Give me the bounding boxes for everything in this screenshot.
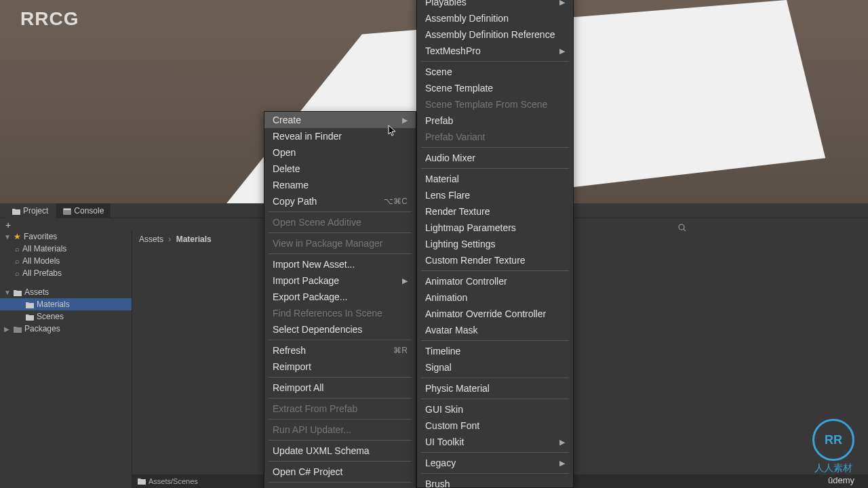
menu-separator [269,461,412,462]
breadcrumb-root[interactable]: Assets [139,235,163,244]
menu-item-render-texture[interactable]: Render Texture [417,203,573,220]
menu-item-label: Extract From Prefab [273,403,357,414]
menu-item-custom-font[interactable]: Custom Font [417,418,573,434]
tab-console[interactable]: Console [56,203,111,218]
menu-item-label: Avatar Mask [425,325,478,336]
menu-item-properties[interactable]: Properties...⌥⌘P [264,485,416,488]
asset-scenes[interactable]: Scenes [0,310,132,323]
menu-item-open-c-project[interactable]: Open C# Project [264,464,416,480]
menu-item-label: Brush [425,479,450,488]
menu-item-label: Find References In Scene [273,308,382,319]
svg-rect-1 [64,209,71,210]
menu-item-brush[interactable]: Brush [417,476,573,488]
menu-item-physic-material[interactable]: Physic Material [417,380,573,396]
menu-item-create[interactable]: Create▶ [264,112,416,128]
menu-item-open-scene-additive: Open Scene Additive [264,214,416,230]
search-icon [678,222,686,230]
chevron-right-icon: ▶ [559,438,565,447]
menu-item-custom-render-texture[interactable]: Custom Render Texture [417,252,573,268]
menu-item-label: Select Dependencies [273,324,362,335]
menu-item-select-dependencies[interactable]: Select Dependencies [264,321,416,338]
packages-label: Packages [24,324,60,333]
breadcrumb-current[interactable]: Materials [176,235,212,244]
menu-item-import-package[interactable]: Import Package▶ [264,272,416,289]
menu-item-timeline[interactable]: Timeline [417,343,573,359]
menu-item-delete[interactable]: Delete [264,161,416,177]
menu-item-label: Physic Material [425,383,490,394]
menu-item-reimport-all[interactable]: Reimport All [264,380,416,396]
menu-item-reimport[interactable]: Reimport [264,359,416,375]
menu-item-label: Playables [425,0,467,7]
add-button[interactable]: + [5,220,18,229]
menu-item-animator-controller[interactable]: Animator Controller [417,273,573,289]
menu-item-label: Export Package... [273,291,348,302]
menu-item-update-uxml-schema[interactable]: Update UXML Schema [264,443,416,459]
packages-header[interactable]: ▶ Packages [0,323,132,335]
menu-item-scene[interactable]: Scene [417,64,573,80]
menu-item-label: Lightmap Parameters [425,222,516,233]
menu-item-label: Scene [425,66,452,77]
menu-item-ui-toolkit[interactable]: UI Toolkit▶ [417,434,573,450]
bottom-path-label: Assets/Scenes [149,477,198,485]
menu-item-textmeshpro[interactable]: TextMeshPro▶ [417,43,573,59]
menu-item-animator-override-controller[interactable]: Animator Override Controller [417,306,573,322]
menu-item-label: Animator Override Controller [425,308,546,319]
menu-item-reveal-in-finder[interactable]: Reveal in Finder [264,128,416,144]
logo-badge: RR 人人素材 [812,419,854,474]
menu-item-playables[interactable]: Playables▶ [417,0,573,10]
menu-item-lens-flare[interactable]: Lens Flare [417,187,573,203]
menu-item-label: Scene Template From Scene [425,99,547,110]
menu-item-scene-template[interactable]: Scene Template [417,80,573,96]
menu-item-label: Refresh [273,345,306,356]
menu-item-label: Assembly Definition Reference [425,29,555,40]
menu-item-label: Assembly Definition [425,13,509,24]
menu-item-lightmap-parameters[interactable]: Lightmap Parameters [417,220,573,236]
menu-item-gui-skin[interactable]: GUI Skin [417,401,573,418]
menu-separator [269,377,412,378]
menu-separator [421,452,569,453]
menu-item-assembly-definition[interactable]: Assembly Definition [417,10,573,26]
menu-separator [421,378,569,378]
menu-item-assembly-definition-reference[interactable]: Assembly Definition Reference [417,26,573,43]
menu-item-open[interactable]: Open [264,144,416,161]
asset-materials[interactable]: Materials [0,298,132,310]
folder-icon [26,313,34,320]
menu-item-material[interactable]: Material [417,171,573,187]
menu-item-avatar-mask[interactable]: Avatar Mask [417,322,573,338]
fav-all-materials[interactable]: ⌕ All Materials [0,243,132,255]
menu-item-signal[interactable]: Signal [417,359,573,375]
menu-item-label: Prefab Variant [425,131,485,142]
menu-item-label: Timeline [425,346,460,357]
menu-item-scene-template-from-scene: Scene Template From Scene [417,96,573,113]
menu-item-prefab[interactable]: Prefab [417,113,573,129]
menu-item-copy-path[interactable]: Copy Path⌥⌘C [264,193,416,209]
menu-item-label: TextMeshPro [425,45,481,56]
menu-item-label: Import Package [273,275,339,286]
menu-separator [421,168,569,169]
menu-item-lighting-settings[interactable]: Lighting Settings [417,236,573,252]
menu-item-legacy[interactable]: Legacy▶ [417,455,573,471]
fav-all-models[interactable]: ⌕ All Models [0,255,132,267]
folder-icon [14,325,22,332]
menu-item-animation[interactable]: Animation [417,289,573,306]
menu-item-rename[interactable]: Rename [264,177,416,193]
menu-item-import-new-asset[interactable]: Import New Asset... [264,256,416,272]
folder-icon [14,289,22,296]
menu-separator [269,482,412,483]
menu-item-audio-mixer[interactable]: Audio Mixer [417,150,573,166]
menu-item-refresh[interactable]: Refresh⌘R [264,342,416,359]
menu-item-label: GUI Skin [425,404,463,415]
menu-item-label: Rename [273,180,309,190]
menu-item-prefab-variant: Prefab Variant [417,129,573,145]
menu-item-view-in-package-manager: View in Package Manager [264,235,416,251]
menu-item-label: Import New Asset... [273,259,355,270]
favorites-header[interactable]: ▼ ★ Favorites [0,230,132,243]
tab-project[interactable]: Project [5,203,55,218]
menu-separator [421,473,569,474]
assets-header[interactable]: ▼ Assets [0,286,132,298]
menu-item-label: Prefab [425,115,453,126]
menu-item-label: Animation [425,292,467,303]
menu-item-export-package[interactable]: Export Package... [264,289,416,305]
fav-all-prefabs[interactable]: ⌕ All Prefabs [0,267,132,279]
menu-item-label: Update UXML Schema [273,445,370,456]
